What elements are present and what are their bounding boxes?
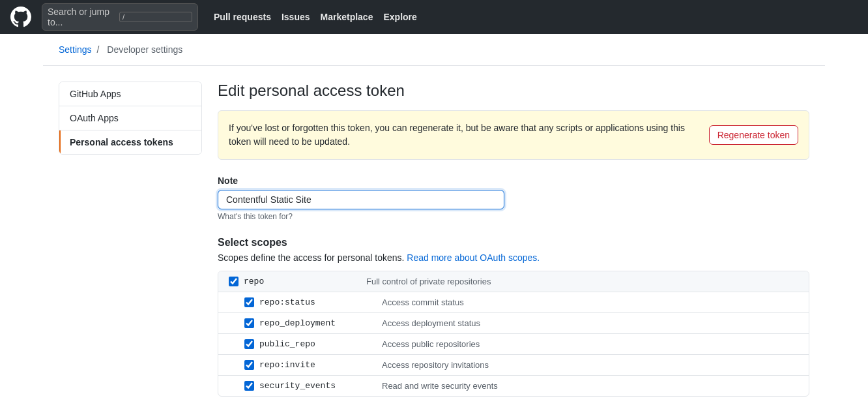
scope-checkbox-repo-status[interactable]	[244, 297, 254, 307]
scope-desc-repo-invite: Access repository invitations	[382, 360, 489, 370]
sidebar: GitHub Apps OAuth Apps Personal access t…	[59, 82, 202, 409]
github-logo[interactable]	[10, 7, 31, 27]
regenerate-token-button[interactable]: Regenerate token	[709, 125, 798, 145]
search-box[interactable]: Search or jump to... /	[42, 3, 198, 31]
scopes-table: repo Full control of private repositorie…	[218, 271, 809, 397]
scope-name-security-events: security_events	[259, 381, 377, 391]
scopes-desc: Scopes define the access for personal to…	[218, 252, 809, 263]
scope-name-repo-deployment: repo_deployment	[259, 318, 377, 328]
scope-desc-security-events: Read and write security events	[382, 381, 498, 391]
scope-desc-public-repo: Access public repositories	[382, 339, 480, 349]
scope-row-repo: repo Full control of private repositorie…	[218, 271, 809, 292]
breadcrumb-settings[interactable]: Settings	[59, 44, 92, 55]
breadcrumb-separator: /	[96, 44, 102, 55]
note-section: Note What's this token for?	[218, 175, 809, 221]
scope-checkbox-security-events[interactable]	[244, 381, 254, 391]
nav-explore[interactable]: Explore	[383, 12, 416, 22]
scope-checkbox-repo-deployment[interactable]	[244, 318, 254, 328]
note-input[interactable]	[218, 190, 504, 209]
scope-checkbox-repo-invite[interactable]	[244, 360, 254, 370]
main-content: Edit personal access token If you've los…	[218, 82, 809, 409]
scope-row-security-events: security_events Read and write security …	[218, 376, 809, 396]
scope-row-repo-status: repo:status Access commit status	[218, 292, 809, 313]
search-shortcut: /	[119, 12, 192, 22]
page-title: Edit personal access token	[218, 82, 809, 100]
warning-box: If you've lost or forgotten this token, …	[218, 110, 809, 160]
scope-checkbox-public-repo[interactable]	[244, 339, 254, 349]
scope-desc-repo-status: Access commit status	[382, 297, 464, 307]
sidebar-item-personal-tokens[interactable]: Personal access tokens	[59, 130, 201, 154]
search-placeholder: Search or jump to...	[48, 7, 114, 27]
scopes-section: Select scopes Scopes define the access f…	[218, 237, 809, 397]
nav-marketplace[interactable]: Marketplace	[321, 12, 373, 22]
top-nav: Search or jump to... / Pull requests Iss…	[0, 0, 868, 34]
scope-name-repo: repo	[244, 277, 361, 286]
scopes-title: Select scopes	[218, 237, 809, 249]
scope-name-public-repo: public_repo	[259, 339, 377, 349]
scope-desc-repo: Full control of private repositories	[366, 277, 491, 286]
sidebar-nav: GitHub Apps OAuth Apps Personal access t…	[59, 82, 202, 155]
scope-row-repo-deployment: repo_deployment Access deployment status	[218, 313, 809, 334]
nav-issues[interactable]: Issues	[282, 12, 310, 22]
breadcrumb-current: Developer settings	[107, 44, 182, 55]
note-hint: What's this token for?	[218, 212, 809, 221]
main-layout: GitHub Apps OAuth Apps Personal access t…	[43, 66, 825, 409]
nav-pull-requests[interactable]: Pull requests	[214, 12, 271, 22]
warning-text: If you've lost or forgotten this token, …	[229, 121, 699, 149]
scopes-link[interactable]: Read more about OAuth scopes.	[407, 252, 540, 263]
scope-name-repo-invite: repo:invite	[259, 360, 377, 370]
scope-desc-repo-deployment: Access deployment status	[382, 318, 480, 328]
breadcrumb: Settings / Developer settings	[43, 34, 825, 66]
scope-row-repo-invite: repo:invite Access repository invitation…	[218, 355, 809, 376]
nav-links: Pull requests Issues Marketplace Explore	[214, 12, 417, 22]
sidebar-item-github-apps[interactable]: GitHub Apps	[59, 82, 201, 106]
scope-name-repo-status: repo:status	[259, 297, 377, 307]
sidebar-item-oauth-apps[interactable]: OAuth Apps	[59, 106, 201, 130]
scope-checkbox-repo[interactable]	[229, 277, 239, 286]
note-label: Note	[218, 175, 809, 186]
scope-row-public-repo: public_repo Access public repositories	[218, 334, 809, 355]
